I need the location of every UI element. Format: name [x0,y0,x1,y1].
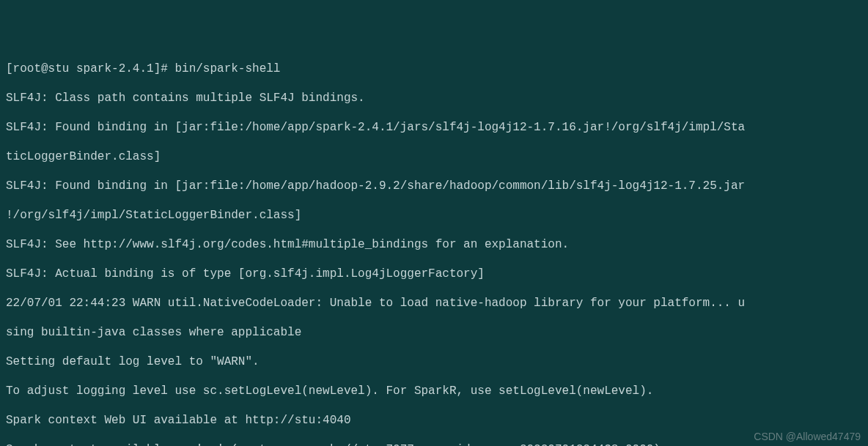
terminal-output-line: SLF4J: Found binding in [jar:file:/home/… [6,179,862,193]
terminal-output-line: Spark context available as 'sc' (master … [6,442,862,446]
terminal-prompt-line: [root@stu spark-2.4.1]# bin/spark-shell [6,62,862,76]
shell-command: bin/spark-shell [174,62,280,75]
terminal-output-line: ticLoggerBinder.class] [6,149,862,164]
watermark-text: CSDN @Allowed47479 [754,431,861,444]
terminal-output-line: Setting default log level to "WARN". [6,354,862,369]
terminal-output-line: To adjust logging level use sc.setLogLev… [6,384,862,398]
terminal-output-line: sing builtin-java classes where applicab… [6,325,862,340]
terminal-output-line: SLF4J: See http://www.slf4j.org/codes.ht… [6,237,862,252]
terminal-output-line: 22/07/01 22:44:23 WARN util.NativeCodeLo… [6,296,862,311]
terminal-output-line: Spark context Web UI available at http:/… [6,413,862,428]
terminal-output-line: SLF4J: Found binding in [jar:file:/home/… [6,120,862,135]
terminal-output-line: SLF4J: Class path contains multiple SLF4… [6,91,862,105]
terminal-output-line: SLF4J: Actual binding is of type [org.sl… [6,267,862,281]
terminal-output-line: !/org/slf4j/impl/StaticLoggerBinder.clas… [6,208,862,223]
shell-prompt: [root@stu spark-2.4.1]# [6,62,174,75]
